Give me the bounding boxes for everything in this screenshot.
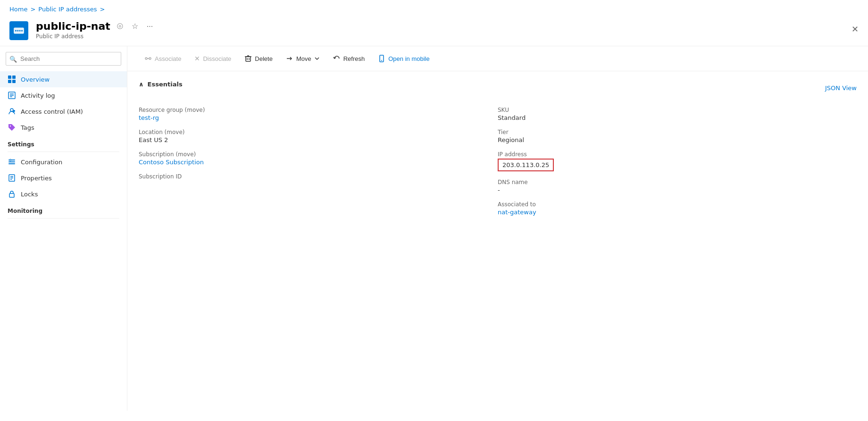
resource-group-label: Resource group (move) bbox=[139, 107, 498, 113]
associated-to-field: Associated to nat-gateway bbox=[498, 197, 857, 219]
sidebar-config-label: Configuration bbox=[21, 159, 62, 166]
iam-icon bbox=[8, 107, 16, 116]
json-view-link[interactable]: JSON View bbox=[825, 84, 857, 92]
delete-label: Delete bbox=[255, 55, 273, 62]
svg-rect-28 bbox=[246, 57, 250, 61]
more-button[interactable]: ··· bbox=[145, 21, 155, 32]
tags-icon bbox=[8, 123, 16, 132]
refresh-label: Refresh bbox=[343, 55, 365, 62]
svg-point-26 bbox=[149, 58, 151, 59]
settings-section-title: Settings bbox=[0, 135, 127, 150]
sidebar-item-configuration[interactable]: Configuration bbox=[0, 154, 127, 170]
search-icon: 🔍 bbox=[9, 55, 17, 62]
subscription-field: Subscription (move) Contoso Subscription bbox=[139, 147, 498, 169]
ip-address-highlighted: 203.0.113.0.25 bbox=[498, 159, 554, 171]
location-move-link[interactable]: move bbox=[167, 129, 183, 135]
open-mobile-label: Open in mobile bbox=[388, 55, 429, 62]
search-container: 🔍 bbox=[6, 52, 121, 66]
subscription-link[interactable]: Contoso Subscription bbox=[139, 159, 204, 166]
resource-group-field: Resource group (move) test-rg bbox=[139, 103, 498, 125]
page-title-row: public-ip-nat ⦾ ☆ ··· bbox=[36, 20, 155, 32]
subscription-label: Subscription (move) bbox=[139, 151, 498, 158]
resource-group-value: test-rg bbox=[139, 114, 498, 121]
sidebar-item-tags[interactable]: Tags bbox=[0, 119, 127, 135]
sku-field: SKU Standard bbox=[498, 103, 857, 125]
essentials-header[interactable]: ∧ Essentials bbox=[139, 81, 183, 88]
associated-to-label: Associated to bbox=[498, 201, 857, 208]
subscription-id-field: Subscription ID bbox=[139, 169, 498, 185]
location-field: Location (move) East US 2 bbox=[139, 125, 498, 147]
sidebar-props-label: Properties bbox=[21, 175, 52, 182]
layout: 🔍 Overview Activity log Access control (… bbox=[0, 46, 868, 411]
svg-rect-7 bbox=[8, 80, 11, 83]
svg-rect-16 bbox=[8, 160, 15, 160]
svg-point-15 bbox=[10, 126, 11, 126]
svg-point-3 bbox=[19, 30, 21, 31]
sidebar-overview-label: Overview bbox=[21, 76, 50, 83]
svg-rect-19 bbox=[10, 159, 11, 161]
sidebar-locks-label: Locks bbox=[21, 191, 38, 198]
dns-name-label: DNS name bbox=[498, 179, 857, 185]
move-label: Move bbox=[296, 55, 311, 62]
subscription-value: Contoso Subscription bbox=[139, 159, 498, 166]
svg-rect-24 bbox=[9, 194, 14, 197]
sidebar-item-overview[interactable]: Overview bbox=[0, 71, 127, 87]
sku-value: Standard bbox=[498, 114, 857, 121]
breadcrumb-sep2: > bbox=[100, 6, 105, 13]
resource-icon bbox=[9, 21, 28, 40]
associate-label: Associate bbox=[155, 55, 181, 62]
locks-icon bbox=[8, 190, 16, 198]
resource-group-move-link[interactable]: move bbox=[187, 107, 203, 113]
svg-rect-18 bbox=[8, 163, 15, 164]
resource-group-link[interactable]: test-rg bbox=[139, 114, 159, 121]
search-input[interactable] bbox=[6, 52, 121, 66]
associated-to-value: nat-gateway bbox=[498, 209, 857, 216]
essentials-label: Essentials bbox=[148, 81, 183, 88]
location-value: East US 2 bbox=[139, 136, 498, 143]
sidebar-tags-label: Tags bbox=[21, 124, 34, 131]
essentials-chevron: ∧ bbox=[139, 81, 144, 88]
properties-icon bbox=[8, 174, 16, 182]
breadcrumb-publicip[interactable]: Public IP addresses bbox=[38, 6, 97, 13]
ip-address-label: IP address bbox=[498, 151, 857, 158]
svg-rect-33 bbox=[380, 55, 384, 62]
breadcrumb-home[interactable]: Home bbox=[9, 6, 27, 13]
page-title-text: public-ip-nat bbox=[36, 20, 110, 32]
open-mobile-button[interactable]: Open in mobile bbox=[372, 52, 435, 65]
ip-address-value: 203.0.113.0.25 bbox=[498, 159, 857, 171]
svg-rect-17 bbox=[8, 161, 15, 162]
dissociate-button[interactable]: ✕ Dissociate bbox=[189, 52, 237, 65]
refresh-button[interactable]: Refresh bbox=[327, 52, 371, 65]
favorite-button[interactable]: ☆ bbox=[130, 21, 140, 32]
activity-log-icon bbox=[8, 91, 16, 100]
page-header: public-ip-nat ⦾ ☆ ··· Public IP address … bbox=[0, 17, 868, 46]
pin-button[interactable]: ⦾ bbox=[115, 21, 125, 32]
associate-button[interactable]: Associate bbox=[139, 52, 187, 65]
monitoring-divider bbox=[8, 218, 119, 219]
content-area: ∧ Essentials JSON View Resource group (m… bbox=[127, 71, 868, 229]
svg-point-13 bbox=[10, 109, 13, 111]
close-button[interactable]: ✕ bbox=[851, 24, 859, 34]
main-content: Associate ✕ Dissociate Delete Move Refre… bbox=[127, 46, 868, 411]
settings-divider bbox=[8, 152, 119, 152]
subscription-move-link[interactable]: move bbox=[178, 151, 194, 158]
overview-icon bbox=[8, 75, 16, 84]
sku-label: SKU bbox=[498, 107, 857, 113]
essentials-right-col: SKU Standard Tier Regional IP address 20… bbox=[498, 103, 857, 219]
sidebar-item-activity-log[interactable]: Activity log bbox=[0, 87, 127, 103]
sidebar-item-locks[interactable]: Locks bbox=[0, 186, 127, 202]
monitoring-section-title: Monitoring bbox=[0, 202, 127, 216]
delete-button[interactable]: Delete bbox=[239, 52, 278, 65]
move-button[interactable]: Move bbox=[280, 52, 326, 65]
page-subtitle: Public IP address bbox=[36, 33, 155, 40]
svg-rect-6 bbox=[12, 76, 16, 79]
page-title-area: public-ip-nat ⦾ ☆ ··· Public IP address bbox=[36, 20, 155, 40]
dissociate-icon: ✕ bbox=[194, 55, 200, 62]
svg-point-1 bbox=[15, 30, 17, 31]
sidebar-item-properties[interactable]: Properties bbox=[0, 170, 127, 186]
svg-rect-5 bbox=[8, 76, 11, 79]
location-label: Location (move) bbox=[139, 129, 498, 135]
associated-to-link[interactable]: nat-gateway bbox=[498, 209, 536, 216]
breadcrumb: Home > Public IP addresses > bbox=[0, 0, 868, 17]
sidebar-item-iam[interactable]: Access control (IAM) bbox=[0, 103, 127, 119]
